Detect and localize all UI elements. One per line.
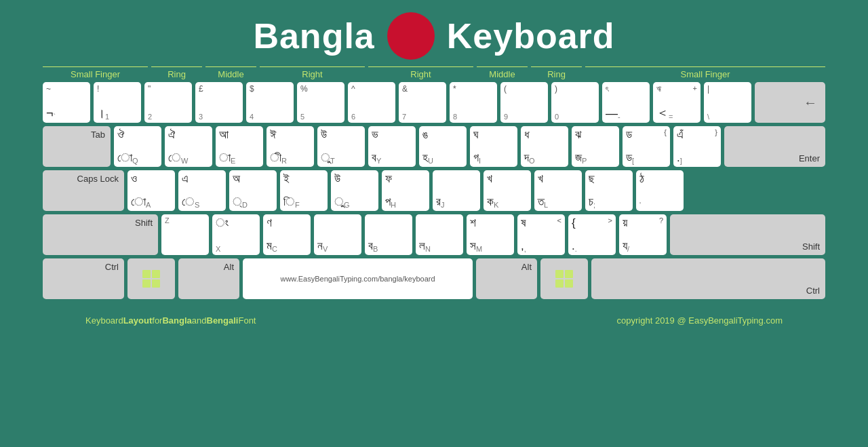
key-a[interactable]: ও ো A — [127, 170, 175, 211]
svg-rect-0 — [142, 270, 151, 278]
svg-rect-6 — [555, 279, 564, 288]
key-ctrl-right[interactable]: Ctrl — [591, 258, 825, 299]
key-0[interactable]: ) 0 — [551, 82, 599, 123]
key-equals[interactable]: ঋ+ ＜ = — [653, 82, 701, 123]
key-capslock[interactable]: Caps Lock — [43, 170, 124, 211]
key-backslash[interactable]: | \ — [704, 82, 751, 123]
key-s[interactable]: এ ে S — [178, 170, 226, 211]
key-period[interactable]: {> . . — [568, 214, 616, 255]
title-bangla: Bangla — [253, 16, 374, 56]
key-y[interactable]: ভ ব Y — [368, 126, 416, 167]
key-4[interactable]: $ 4 — [246, 82, 294, 123]
svg-rect-3 — [152, 279, 160, 288]
key-p[interactable]: ঝ জ P — [572, 126, 619, 167]
key-r[interactable]: ঈ ী R — [267, 126, 314, 167]
key-h[interactable]: ফ প H — [382, 170, 429, 211]
key-5[interactable]: % 5 — [297, 82, 344, 123]
key-g[interactable]: উ ু G — [331, 170, 378, 211]
svg-rect-7 — [565, 279, 573, 288]
key-slash[interactable]: য়? য / — [619, 214, 667, 255]
bottom-row: Ctrl Alt www.EasyBengaliTyping.com/bangl… — [43, 258, 825, 299]
header: Bangla Keyboard — [0, 0, 868, 66]
key-n[interactable]: ল N — [416, 214, 463, 255]
finger-small-finger-left: Small Finger — [43, 66, 148, 79]
key-c[interactable]: ণ ম C — [263, 214, 311, 255]
key-tab[interactable]: Tab — [43, 126, 111, 167]
key-q[interactable]: ঔ ো Q — [114, 126, 161, 167]
key-quote[interactable]: ঠ ' — [636, 170, 684, 211]
key-win-left[interactable] — [127, 258, 175, 299]
key-b[interactable]: ব B — [365, 214, 412, 255]
finger-right-left: Right — [260, 66, 365, 79]
key-v[interactable]: ন V — [314, 214, 361, 255]
key-semicolon[interactable]: ছ চ ; — [585, 170, 633, 211]
key-z[interactable]: Z — [161, 214, 209, 255]
key-j[interactable]: র J — [433, 170, 480, 211]
svg-rect-5 — [565, 270, 573, 278]
qwerty-row: Tab ঔ ো Q ঐ ে W আ — [43, 126, 825, 167]
key-alt-right[interactable]: Alt — [476, 258, 537, 299]
key-win-right[interactable] — [540, 258, 588, 299]
key-e[interactable]: আ া E — [216, 126, 263, 167]
key-space[interactable]: www.EasyBengaliTyping.com/bangla/keyboar… — [243, 258, 473, 299]
key-bracket-left[interactable]: ড{ ড [ — [623, 126, 670, 167]
key-2[interactable]: " 2 — [144, 82, 192, 123]
key-alt-left[interactable]: Alt — [178, 258, 239, 299]
key-shift-left[interactable]: Shift — [43, 214, 158, 255]
key-comma[interactable]: ষ< , , — [517, 214, 565, 255]
key-t[interactable]: উ ু T — [317, 126, 365, 167]
title-keyboard: Keyboard — [447, 16, 615, 56]
key-o[interactable]: ধ দ O — [521, 126, 568, 167]
footer-right: copyright 2019 @ EasyBengaliTyping.com — [574, 307, 825, 331]
finger-small-right: Small Finger — [585, 66, 825, 79]
finger-ring-right: Ring — [531, 66, 582, 79]
key-w[interactable]: ঐ ে W — [165, 126, 212, 167]
key-l[interactable]: খ ত L — [534, 170, 582, 211]
key-f[interactable]: ই ি F — [280, 170, 328, 211]
key-enter[interactable]: Enter — [724, 126, 825, 167]
key-shift-right[interactable]: Shift — [670, 214, 825, 255]
key-minus[interactable]: ৎ — - — [602, 82, 650, 123]
key-1[interactable]: ! । 1 — [94, 82, 141, 123]
svg-rect-2 — [142, 279, 151, 288]
key-x[interactable]: ং X — [212, 214, 260, 255]
key-m[interactable]: শ স M — [467, 214, 514, 255]
key-u[interactable]: ঙ হ U — [419, 126, 467, 167]
footer-left: Keyboard Layout for Bangla and Bengali F… — [43, 307, 298, 331]
key-6[interactable]: ^ 6 — [348, 82, 395, 123]
windows-icon-right — [554, 269, 574, 289]
number-row: ~ ¬ ` ! । 1 " 2 — [43, 82, 825, 123]
key-i[interactable]: ঘ গ I — [470, 126, 517, 167]
key-d[interactable]: অ ্ D — [229, 170, 277, 211]
keyboard: ~ ¬ ` ! । 1 " 2 — [0, 82, 868, 299]
svg-rect-4 — [555, 270, 564, 278]
finger-ring-left: Ring — [151, 66, 202, 79]
svg-rect-1 — [152, 270, 160, 278]
key-bracket-right[interactable]: এঁ} . ] — [673, 126, 721, 167]
key-backspace[interactable]: ← — [755, 82, 825, 123]
asdf-row: Caps Lock ও ো A এ ে S — [43, 170, 825, 211]
finger-labels: Small Finger Ring Middle Right Right Mid… — [0, 66, 868, 79]
key-7[interactable]: & 7 — [399, 82, 446, 123]
key-3[interactable]: £ 3 — [195, 82, 243, 123]
zxcv-row: Shift Z ং X ণ — [43, 214, 825, 255]
finger-middle-right: Middle — [477, 66, 528, 79]
key-9[interactable]: ( 9 — [500, 82, 548, 123]
key-8[interactable]: * 8 — [450, 82, 497, 123]
finger-right-right: Right — [368, 66, 473, 79]
finger-middle-left: Middle — [205, 66, 256, 79]
footer: Keyboard Layout for Bangla and Bengali F… — [0, 299, 868, 336]
windows-icon — [141, 269, 161, 289]
key-backtick[interactable]: ~ ¬ ` — [43, 82, 90, 123]
key-k[interactable]: খ ক K — [484, 170, 531, 211]
key-ctrl-left[interactable]: Ctrl — [43, 258, 124, 299]
bangladesh-flag — [387, 12, 435, 60]
